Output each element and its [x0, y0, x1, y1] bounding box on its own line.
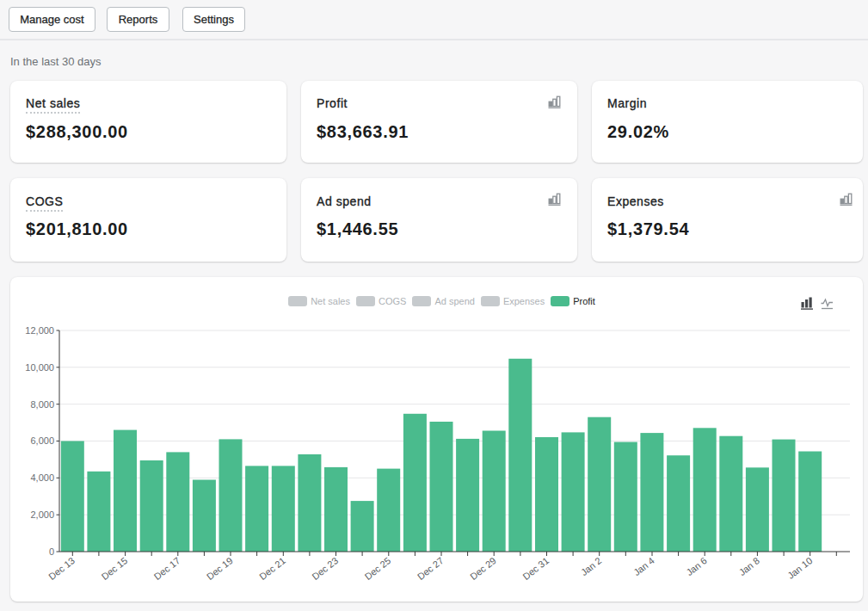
svg-text:4,000: 4,000: [30, 472, 54, 483]
svg-text:Dec 13: Dec 13: [46, 555, 77, 582]
svg-text:6,000: 6,000: [30, 435, 54, 446]
svg-text:2,000: 2,000: [30, 509, 54, 520]
svg-text:Dec 23: Dec 23: [310, 555, 340, 582]
svg-text:Dec 15: Dec 15: [99, 555, 129, 582]
svg-text:Dec 17: Dec 17: [152, 555, 182, 582]
svg-text:Dec 25: Dec 25: [363, 555, 393, 582]
svg-text:12,000: 12,000: [25, 325, 54, 336]
svg-text:Dec 19: Dec 19: [205, 555, 235, 582]
svg-text:Dec 29: Dec 29: [468, 555, 498, 582]
svg-text:Dec 21: Dec 21: [257, 555, 287, 582]
svg-text:10,000: 10,000: [25, 362, 54, 373]
svg-text:Dec 27: Dec 27: [416, 555, 446, 582]
svg-text:0: 0: [49, 546, 54, 557]
svg-text:Jan 2: Jan 2: [579, 555, 604, 577]
svg-text:Jan 6: Jan 6: [684, 555, 709, 577]
svg-text:Dec 31: Dec 31: [520, 555, 551, 582]
svg-text:Jan 8: Jan 8: [737, 555, 762, 577]
svg-text:Jan 10: Jan 10: [785, 555, 814, 581]
svg-text:8,000: 8,000: [30, 399, 54, 410]
svg-text:Jan 4: Jan 4: [631, 555, 656, 577]
